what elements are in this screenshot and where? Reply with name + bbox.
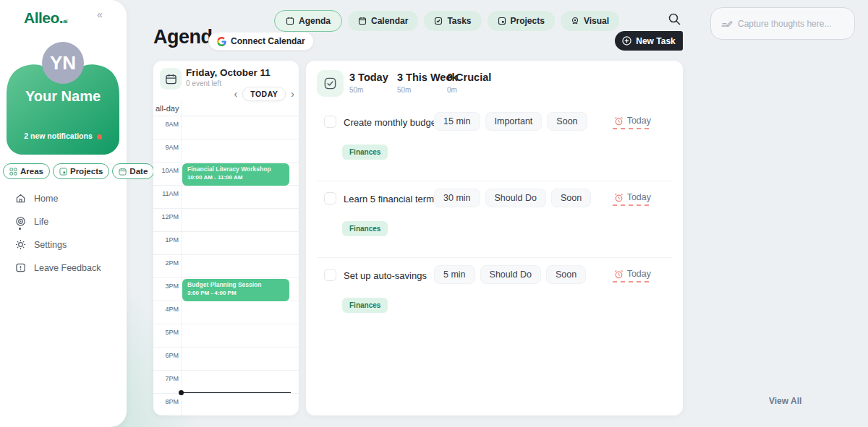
sidebar-item-home[interactable]: Home [15, 191, 101, 206]
calendar-time-grid: all-day 8AM 9AM 10AM 11AM 12PM 1PM 2PM 3… [153, 101, 299, 415]
projects-tab-icon [498, 17, 506, 25]
task-title[interactable]: Create monthly budget [344, 117, 439, 128]
feedback-icon [15, 262, 26, 273]
task-title[interactable]: Set up auto-savings [344, 270, 427, 281]
sidebar: Alleo.ai « YN Your Name 2 new notificati… [0, 0, 127, 427]
hour-row-11am[interactable]: 11AM [153, 186, 299, 209]
task-urgency-pill[interactable]: Soon [546, 265, 586, 284]
active-indicator-dot [19, 228, 21, 230]
hour-row-12pm[interactable]: 12PM [153, 209, 299, 232]
life-icon [15, 216, 26, 227]
hour-row-4pm[interactable]: 4PM [153, 301, 299, 324]
checkbox-check-icon [323, 77, 337, 90]
task-urgency-pill[interactable]: Soon [547, 112, 587, 131]
search-icon [668, 12, 681, 26]
notification-dot [97, 134, 102, 139]
task-pills: 5 min Should Do Soon [434, 265, 586, 284]
task-due-date[interactable]: Today [614, 116, 651, 126]
sidebar-filters: Areas Projects Date [3, 163, 154, 179]
connect-calendar-button[interactable]: Connect Calendar [208, 32, 314, 51]
task-checkbox[interactable] [324, 192, 336, 204]
sidebar-item-leave-feedback[interactable]: Leave Feedback [15, 260, 101, 275]
due-underline [613, 128, 649, 129]
app-logo[interactable]: Alleo.ai [24, 9, 67, 27]
tab-agenda[interactable]: Agenda [274, 10, 342, 32]
stat-today: 3 Today 50m [349, 72, 388, 94]
tab-projects[interactable]: Projects [488, 11, 555, 31]
task-row: Learn 5 financial terms 30 min Should Do… [306, 192, 683, 243]
calendar-date-title: Friday, October 11 [186, 67, 271, 78]
projects-icon [59, 168, 67, 176]
agenda-calendar-panel: Friday, October 11 0 event left ‹ TODAY … [153, 61, 299, 415]
filter-projects[interactable]: Projects [53, 163, 109, 179]
task-due-date[interactable]: Today [614, 192, 651, 202]
due-underline [613, 281, 649, 282]
task-pills: 30 min Should Do Soon [434, 189, 591, 207]
hour-row-2pm[interactable]: 2PM [153, 255, 299, 278]
alarm-clock-icon [614, 193, 624, 202]
sidebar-collapse-icon[interactable]: « [97, 9, 103, 20]
task-priority-pill[interactable]: Important [485, 112, 542, 131]
filter-date[interactable]: Date [112, 163, 154, 179]
task-row: Set up auto-savings 5 min Should Do Soon… [306, 269, 683, 319]
row-separator [317, 257, 672, 258]
hour-row-6pm[interactable]: 6PM [153, 348, 299, 371]
search-button[interactable] [668, 12, 681, 26]
task-duration-pill[interactable]: 15 min [434, 112, 480, 131]
capture-thoughts-box[interactable] [710, 7, 855, 40]
areas-icon [9, 168, 17, 176]
due-underline [613, 204, 649, 206]
filter-areas[interactable]: Areas [3, 163, 50, 179]
calendar-event[interactable]: Budget Planning Session 3:00 PM - 4:00 P… [182, 279, 289, 301]
view-all-link[interactable]: View All [769, 396, 801, 406]
task-tag[interactable]: Finances [342, 298, 388, 313]
hour-row-9am[interactable]: 9AM [153, 139, 299, 163]
task-priority-pill[interactable]: Should Do [485, 189, 546, 207]
task-duration-pill[interactable]: 30 min [434, 189, 480, 207]
capture-thoughts-input[interactable] [738, 19, 839, 29]
today-button[interactable]: TODAY [242, 87, 286, 101]
hour-row-1pm[interactable]: 1PM [153, 232, 299, 255]
tab-calendar[interactable]: Calendar [348, 11, 418, 31]
tab-visual[interactable]: Visual [561, 11, 619, 31]
home-icon [15, 193, 26, 204]
calendar-nav: ‹ TODAY › [153, 87, 294, 101]
user-name: Your Name [7, 88, 119, 105]
next-day-button[interactable]: › [291, 87, 294, 100]
task-checkbox[interactable] [324, 269, 336, 281]
task-tag[interactable]: Finances [342, 145, 388, 160]
avatar[interactable]: YN [42, 42, 84, 84]
new-task-button[interactable]: New Task [615, 31, 683, 51]
hour-row-5pm[interactable]: 5PM [153, 324, 299, 348]
plus-circle-icon [622, 36, 631, 46]
prev-day-button[interactable]: ‹ [234, 87, 238, 100]
hour-row-8pm[interactable]: 8PM [153, 394, 299, 415]
current-time-indicator [179, 389, 291, 395]
tab-tasks[interactable]: Tasks [424, 11, 481, 31]
agenda-icon [286, 17, 294, 25]
date-icon [119, 168, 127, 176]
task-priority-pill[interactable]: Should Do [480, 265, 541, 284]
current-time-line [182, 392, 291, 394]
notifications[interactable]: 2 new notifications [7, 131, 119, 140]
task-checkbox[interactable] [324, 116, 336, 128]
main-nav-tabs: Agenda Calendar Tasks Projects Visual [274, 10, 619, 32]
gutter-divider [181, 101, 182, 415]
task-tag[interactable]: Finances [342, 221, 388, 236]
calendar-event[interactable]: Financial Literacy Workshop 10:00 AM - 1… [182, 163, 289, 186]
stat-crucial: 0 Crucial 0m [447, 72, 491, 94]
hour-row-8am[interactable]: 8AM [153, 116, 299, 139]
task-row: Create monthly budget 15 min Important S… [306, 116, 683, 166]
tasks-panel: 3 Today 50m 3 This Week 50m 0 Crucial 0m… [306, 61, 683, 415]
all-day-row[interactable]: all-day [153, 101, 299, 116]
calendar-glyph-icon [165, 73, 177, 85]
task-due-date[interactable]: Today [614, 269, 651, 279]
sidebar-item-life[interactable]: Life [15, 214, 101, 229]
task-title[interactable]: Learn 5 financial terms [344, 194, 439, 204]
capture-icon [721, 19, 733, 29]
task-urgency-pill[interactable]: Soon [551, 189, 591, 207]
sidebar-item-settings[interactable]: Settings [15, 237, 101, 252]
task-duration-pill[interactable]: 5 min [434, 265, 475, 284]
alarm-clock-icon [614, 116, 624, 126]
visual-icon [571, 17, 579, 25]
